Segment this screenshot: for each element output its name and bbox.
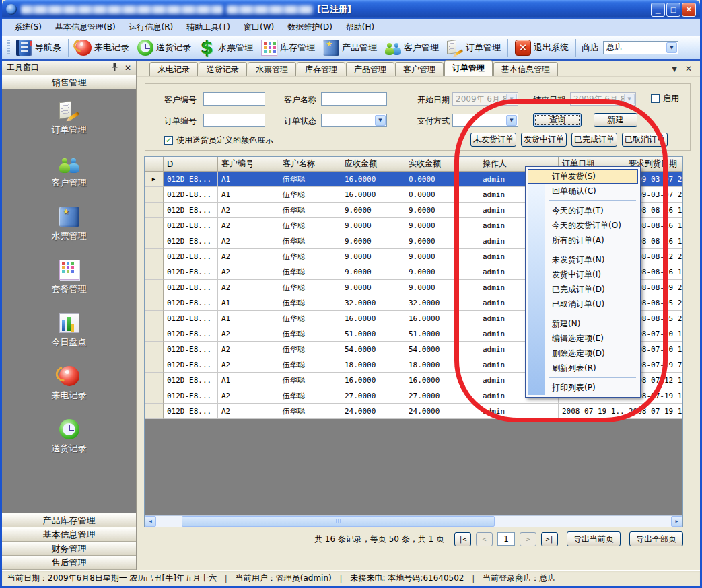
table-cell[interactable]: 18.0000 [341, 357, 405, 373]
table-cell[interactable]: 32.0000 [341, 295, 405, 311]
next-page-button[interactable]: > [520, 532, 536, 546]
row-selector-cell[interactable] [145, 357, 164, 373]
row-selector-cell[interactable] [145, 249, 164, 264]
toolbar-button[interactable]: 导航条 [12, 38, 65, 57]
table-cell[interactable]: 伍华聪 [279, 203, 341, 218]
table-cell[interactable]: A2 [218, 326, 279, 342]
table-cell[interactable]: 16.0000 [341, 311, 405, 326]
row-selector-cell[interactable] [145, 342, 164, 357]
tab-水票管理[interactable]: 水票管理 [248, 62, 296, 76]
table-cell[interactable]: A2 [218, 388, 279, 404]
column-header[interactable] [145, 157, 164, 172]
scroll-right-icon[interactable]: ▶ [671, 516, 682, 527]
table-cell[interactable]: 0.0000 [405, 187, 479, 203]
row-selector-cell[interactable] [145, 388, 164, 404]
toolbar-button[interactable]: ★产品管理 [319, 38, 381, 57]
context-menu-item[interactable]: 已取消订单(U) [528, 297, 638, 311]
column-header[interactable]: 客户名称 [279, 157, 341, 172]
table-cell[interactable]: 伍华聪 [279, 233, 341, 249]
table-cell[interactable]: 012D-E8... [164, 264, 218, 280]
table-cell[interactable]: 24.0000 [405, 404, 479, 419]
tab-list-dropdown-icon[interactable]: ▼ [672, 65, 677, 73]
menu-item[interactable]: 数据维护(D) [281, 19, 339, 36]
table-cell[interactable]: 012D-E8... [164, 233, 218, 249]
end-date-picker[interactable]: 2009年 6月 8日 ▼ [570, 92, 636, 106]
table-cell[interactable]: 9.0000 [405, 249, 479, 264]
shop-combobox[interactable]: 总店 ▼ [603, 41, 678, 54]
table-cell[interactable]: 9.0000 [405, 203, 479, 218]
table-cell[interactable]: 9.0000 [341, 249, 405, 264]
table-cell[interactable]: 27.0000 [341, 388, 405, 404]
tab-客户管理[interactable]: 客户管理 [395, 62, 444, 76]
tab-订单管理[interactable]: 订单管理 [444, 60, 493, 76]
table-cell[interactable]: A2 [218, 249, 279, 264]
checkbox-icon[interactable] [651, 94, 660, 103]
table-cell[interactable]: 012D-E8... [164, 249, 218, 264]
table-cell[interactable]: 伍华聪 [279, 342, 341, 357]
sidebar-section-产品库存管理[interactable]: 产品库存管理 [2, 513, 136, 527]
table-cell[interactable]: A2 [218, 203, 279, 218]
scrollbar-thumb[interactable] [182, 516, 495, 527]
table-cell[interactable]: 9.0000 [341, 203, 405, 218]
chevron-down-icon[interactable]: ▼ [666, 42, 677, 53]
table-cell[interactable]: A2 [218, 404, 279, 419]
table-cell[interactable]: 9.0000 [405, 233, 479, 249]
sidebar-section-基本信息管理[interactable]: 基本信息管理 [2, 527, 136, 542]
table-cell[interactable]: 24.0000 [341, 404, 405, 419]
chevron-down-icon[interactable]: ▼ [375, 115, 386, 126]
table-cell[interactable]: 16.0000 [405, 311, 479, 326]
context-menu-item[interactable]: 删除选定项(D) [528, 346, 638, 361]
context-menu-item[interactable]: 今天的订单(T) [528, 203, 638, 218]
table-cell[interactable]: 9.0000 [405, 280, 479, 295]
row-selector-cell[interactable] [145, 373, 164, 388]
sidebar-item-来电记录[interactable]: 来电记录 [52, 366, 87, 402]
table-cell[interactable]: A2 [218, 264, 279, 280]
table-cell[interactable]: 2008-07-19 1... [625, 404, 682, 419]
table-cell[interactable]: 伍华聪 [279, 187, 341, 203]
row-selector-cell[interactable] [145, 218, 164, 233]
table-cell[interactable]: A2 [218, 233, 279, 249]
tab-close-icon[interactable]: ✕ [685, 64, 692, 73]
table-cell[interactable]: 54.0000 [405, 342, 479, 357]
menu-item[interactable]: 帮助(H) [339, 19, 381, 36]
table-cell[interactable]: 9.0000 [341, 218, 405, 233]
column-header[interactable]: 应收金额 [341, 157, 405, 172]
toolbar-button[interactable]: 送货记录 [133, 38, 195, 57]
table-cell[interactable]: 012D-E8... [164, 295, 218, 311]
row-selector-cell[interactable] [145, 404, 164, 419]
table-cell[interactable]: 伍华聪 [279, 249, 341, 264]
table-cell[interactable]: 18.0000 [405, 357, 479, 373]
menu-item[interactable]: 运行信息(R) [122, 19, 180, 36]
sidebar-section-售后管理[interactable]: 售后管理 [2, 556, 136, 570]
table-cell[interactable]: 伍华聪 [279, 264, 341, 280]
context-menu-item[interactable]: 新建(N) [528, 316, 638, 331]
tab-送货记录[interactable]: 送货记录 [199, 62, 247, 76]
table-cell[interactable]: 9.0000 [405, 218, 479, 233]
table-cell[interactable]: 9.0000 [341, 264, 405, 280]
start-date-picker[interactable]: 2009年 6月 8日 ▼ [452, 92, 518, 106]
sidebar-item-今日盘点[interactable]: 今日盘点 [52, 313, 87, 348]
context-menu-item[interactable]: 订单发货(S) [528, 169, 638, 184]
table-row[interactable]: 012D-E8...A2伍华聪24.000024.0000admin2008-0… [145, 404, 682, 419]
row-selector-cell[interactable] [145, 264, 164, 280]
table-cell[interactable]: 012D-E8... [164, 187, 218, 203]
table-cell[interactable]: 012D-E8... [164, 404, 218, 419]
context-menu-item[interactable]: 发货中订单(I) [528, 267, 638, 282]
已取消订单-button[interactable]: 已取消订单 [622, 133, 668, 147]
tab-来电记录[interactable]: 来电记录 [149, 62, 198, 76]
table-cell[interactable]: 54.0000 [341, 342, 405, 357]
tab-产品管理[interactable]: 产品管理 [346, 62, 394, 76]
enable-date-checkbox[interactable]: 启用 [651, 93, 679, 104]
column-header[interactable]: 客户编号 [218, 157, 279, 172]
first-page-button[interactable]: |< [454, 532, 471, 546]
table-cell[interactable]: 012D-E8... [164, 203, 218, 218]
table-cell[interactable]: 51.0000 [405, 326, 479, 342]
table-cell[interactable]: A1 [218, 373, 279, 388]
row-selector-cell[interactable] [145, 326, 164, 342]
chevron-down-icon[interactable]: ▼ [506, 94, 517, 104]
toolbar-button[interactable]: ✕退出系统 [511, 38, 573, 57]
toolbar-button[interactable]: 订单管理 [443, 38, 505, 57]
table-cell[interactable]: 012D-E8... [164, 373, 218, 388]
table-cell[interactable]: 9.0000 [341, 280, 405, 295]
chevron-down-icon[interactable]: ▼ [506, 115, 517, 126]
